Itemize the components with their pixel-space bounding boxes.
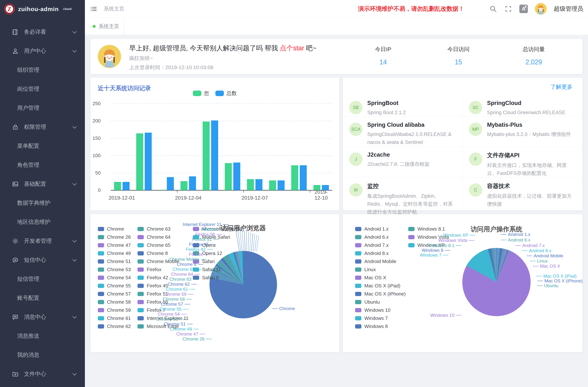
stats-row: 今日IP14今日访问15总访问量2,029 [345, 45, 571, 66]
breadcrumb[interactable]: 系统主页 [104, 5, 124, 12]
bar-group [221, 163, 244, 190]
sidebar-item-4[interactable]: 基础配置 [0, 175, 85, 194]
menu-collapse-icon[interactable] [90, 5, 97, 13]
greeting-title-text: 早上好, 超级管理员, 今天帮别人解决问题了吗 帮我 [129, 44, 280, 52]
sidebar-item-label: 用户中心 [24, 47, 46, 55]
legend-item[interactable]: Windows 8.1 [408, 225, 449, 233]
legend-item[interactable]: Chrome 65 [138, 241, 189, 249]
sidebar-subitem[interactable]: 短信管理 [0, 269, 85, 288]
sidebar-subitem[interactable]: 岗位管理 [0, 80, 85, 99]
legend-item[interactable]: Mac OS X (iPhone) [355, 290, 406, 298]
pie-label-text: Firefox [189, 252, 202, 257]
sidebar-item-7[interactable]: 消息中心 [0, 307, 85, 326]
pie-label-text: Chrome [279, 306, 295, 311]
legend-item[interactable]: Chrome 54 [98, 274, 131, 282]
pie-slice-label: Firefox 45 [189, 242, 216, 247]
legend-item[interactable]: Chrome 57 [98, 290, 131, 298]
sidebar-item-6[interactable]: 短信中心 [0, 250, 85, 269]
legend-item[interactable]: Windows 10 [355, 306, 406, 314]
language-icon[interactable]: A文 [519, 5, 528, 13]
sidebar-subitem[interactable]: 数据字典维护 [0, 194, 85, 212]
sidebar-subitem[interactable]: 菜单配置 [0, 137, 85, 156]
sidebar-subitem[interactable]: 地区信息维护 [0, 212, 85, 231]
sidebar-item-8[interactable]: 文件中心 [0, 365, 85, 384]
sidebar-subitem-label: 我的消息 [17, 351, 39, 359]
pie-slice-label: Chrome 63 [169, 277, 198, 282]
legend-item[interactable]: Chrome 26 [98, 233, 131, 241]
pie-label-text: Chrome Mobile [169, 257, 199, 262]
pie-slice-label: Mac OS X (iPad) [536, 274, 577, 279]
legend-item[interactable]: Mac OS X [355, 274, 406, 282]
legend-item[interactable]: Chrome 62 [98, 322, 131, 330]
legend-item[interactable]: Chrome 58 [98, 298, 131, 306]
stat-label: 今日IP [345, 45, 421, 53]
star-link[interactable]: 点个star [280, 44, 304, 52]
bar-chart-legend: 您总数 [90, 90, 339, 97]
fullscreen-icon[interactable] [504, 5, 512, 13]
sidebar-subitem[interactable]: 用户管理 [0, 99, 85, 118]
legend-item[interactable]: Ubuntu [355, 298, 406, 306]
legend-item[interactable]: Safari 9 [193, 274, 244, 282]
pie-slice-label: Windows 8 [422, 248, 450, 253]
bar-您 [181, 181, 188, 190]
legend-item[interactable]: Android 6.x [355, 233, 406, 241]
legend-item[interactable]: Chrome 8 [138, 249, 189, 257]
sidebar-subitem[interactable]: 账号配置 [0, 288, 85, 307]
legend-item[interactable]: Chrome 53 [98, 265, 131, 274]
sidebar-item-2[interactable]: 用户中心 [0, 41, 85, 61]
tech-title: Spring Cloud alibaba [367, 122, 455, 128]
app-logo: Z zuihou-admin cloud [0, 0, 85, 17]
pie-label-line [445, 250, 450, 250]
legend-item[interactable]: Android 7.x [355, 241, 406, 249]
legend-swatch [98, 267, 104, 272]
legend-label: Chrome 63 [147, 226, 170, 232]
tech-title: SpringBoot [367, 100, 406, 106]
legend-item[interactable]: Chrome 55 [98, 282, 131, 290]
legend-item[interactable]: Windows 7 [355, 314, 406, 322]
bar-总数 [189, 176, 196, 190]
bar-总数 [145, 133, 152, 190]
pie-slice-label: Chrome 51 [164, 322, 193, 327]
sidebar-subitem[interactable]: 角色管理 [0, 156, 85, 175]
legend-item[interactable]: 您 [193, 90, 209, 97]
sidebar-item-3[interactable]: 权限管理 [0, 118, 85, 137]
legend-item[interactable]: Mac OS X (iPad) [355, 282, 406, 290]
sidebar-subitem[interactable]: 组织管理 [0, 61, 85, 80]
pie-slice-label: Ubuntu [537, 283, 558, 288]
legend-item[interactable]: Chrome [98, 225, 131, 233]
legend-item[interactable]: Chrome 61 [98, 314, 131, 322]
pie-label-text: Chrome 47 [176, 331, 198, 337]
avatar[interactable] [535, 3, 547, 15]
stat-label: 总访问量 [496, 45, 571, 53]
pie-label-text: Chrome 63 [169, 277, 191, 282]
pie-slice-label: Chrome 64 [171, 272, 200, 277]
search-icon[interactable] [489, 5, 497, 13]
legend-item[interactable]: 总数 [215, 90, 237, 97]
sidebar-subitem[interactable]: 消息推送 [0, 326, 85, 346]
legend-item[interactable]: Android 1.x [355, 225, 406, 233]
username[interactable]: 超级管理员 [554, 5, 583, 13]
sidebar-item-5[interactable]: 开发者管理 [0, 231, 85, 250]
legend-item[interactable]: Chrome 51 [98, 257, 131, 265]
sidebar-subitem[interactable]: 我的消息 [0, 346, 85, 365]
learn-more-link[interactable]: 了解更多 [550, 83, 572, 91]
legend-item[interactable]: Chrome 63 [138, 225, 189, 233]
sidebar-subitem-label: 岗位管理 [17, 85, 39, 93]
legend-item[interactable]: Chrome 59 [98, 306, 131, 314]
legend-item[interactable]: Windows 8 [355, 322, 406, 330]
legend-item[interactable]: Android Mobile [355, 257, 406, 265]
legend-item[interactable]: Chrome 49 [98, 249, 131, 257]
legend-item[interactable]: Chrome 64 [138, 233, 189, 241]
pie-label-line [201, 259, 206, 260]
legend-item[interactable]: Chrome 47 [98, 241, 131, 249]
legend-label: Chrome 51 [107, 259, 131, 264]
pie-label-line [246, 231, 247, 251]
x-axis-label: 2019-12-04 [175, 195, 201, 201]
sidebar-item-1[interactable]: 务必详看 [0, 22, 85, 41]
legend-item[interactable]: Android 8.x [355, 249, 406, 257]
tab-home[interactable]: 系统主页 [85, 18, 124, 35]
pie-label-text: Android 6.x [508, 237, 530, 243]
legend-item[interactable]: Linux [355, 265, 406, 274]
pie-slice-label: Chrome 59 [165, 292, 193, 297]
pie-label-line [537, 285, 543, 286]
